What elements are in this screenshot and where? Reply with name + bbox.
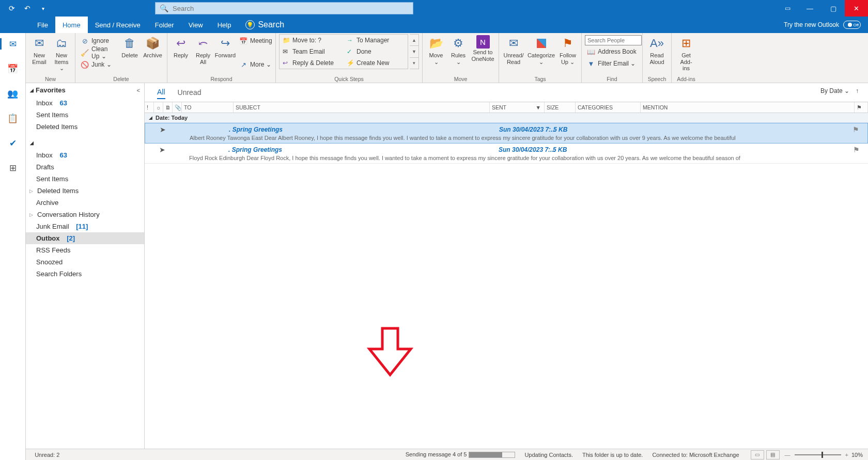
col-subject[interactable]: SUBJECT: [234, 102, 490, 113]
quicksteps-spinner[interactable]: ▲▼▾: [410, 34, 419, 69]
undo-qat-icon[interactable]: ↶: [22, 3, 33, 14]
delete-button[interactable]: 🗑Delete: [119, 34, 140, 70]
col-importance[interactable]: !: [145, 102, 154, 113]
fav-inbox[interactable]: Inbox 63: [26, 97, 144, 109]
zoom-slider[interactable]: [795, 454, 841, 455]
cleanup-button[interactable]: 🧹Clean Up ⌄: [79, 47, 118, 58]
rail-todo-icon[interactable]: ✔: [3, 135, 23, 151]
sendreceive-qat-icon[interactable]: ⟳: [6, 3, 18, 14]
ignore-button[interactable]: ⊘Ignore: [79, 35, 118, 46]
addressbook-button[interactable]: 📖Address Book: [585, 46, 639, 57]
flag-icon[interactable]: ⚑: [853, 125, 859, 134]
message-row[interactable]: ➤ . Spring Greetings Sun 30/04/2023 7:..…: [145, 123, 868, 144]
folder-searchfolders[interactable]: Search Folders: [26, 268, 144, 280]
minimize-button[interactable]: —: [798, 0, 822, 17]
tab-home[interactable]: Home: [55, 17, 88, 33]
meeting-button[interactable]: 📅Meeting: [237, 35, 274, 46]
categorize-button[interactable]: Categorize ⌄: [526, 34, 556, 66]
close-button[interactable]: ✕: [845, 0, 868, 17]
try-new-outlook[interactable]: Try the new Outlook Off: [784, 17, 861, 33]
col-icon[interactable]: 🗎: [163, 102, 173, 113]
qs-expand-icon[interactable]: ▾: [410, 58, 419, 69]
col-size[interactable]: SIZE: [545, 102, 576, 113]
quicksteps-gallery[interactable]: 📁Move to: ? →To Manager ✉Team Email ✓Don…: [279, 34, 408, 69]
account-header[interactable]: ◢: [26, 133, 144, 149]
view-normal-icon[interactable]: ▭: [751, 450, 764, 459]
forward-button[interactable]: ↪Forward: [215, 34, 236, 70]
col-sent[interactable]: SENT▼: [490, 102, 545, 113]
folder-drafts[interactable]: Drafts: [26, 161, 144, 173]
message-row[interactable]: ➤ . Spring Greetings Sun 30/04/2023 7:..…: [145, 144, 868, 164]
qs-done[interactable]: ✓Done: [344, 46, 408, 57]
rail-people-icon[interactable]: 👥: [3, 86, 23, 101]
qs-teamemail[interactable]: ✉Team Email: [280, 46, 344, 57]
sort-control[interactable]: By Date ⌄ ↑: [820, 87, 859, 94]
junk-button[interactable]: 🚫Junk ⌄: [79, 59, 118, 70]
folder-deleted[interactable]: ▷Deleted Items: [26, 185, 144, 197]
new-items-button[interactable]: 🗂New Items ⌄: [51, 34, 72, 73]
maximize-button[interactable]: ▢: [822, 0, 845, 17]
search-people-input[interactable]: [585, 35, 642, 45]
tab-sendreceive[interactable]: Send / Receive: [88, 17, 148, 33]
qs-up-icon[interactable]: ▲: [410, 35, 419, 46]
pin-icon[interactable]: <: [137, 87, 140, 93]
followup-button[interactable]: ⚑Follow Up ⌄: [557, 34, 578, 66]
folder-conversation-history[interactable]: ▷Conversation History: [26, 209, 144, 220]
archive-button[interactable]: 📦Archive: [142, 34, 164, 70]
group-today[interactable]: ◢Date: Today: [145, 113, 868, 123]
sort-bydate[interactable]: By Date ⌄: [820, 87, 849, 94]
col-mention[interactable]: MENTION: [641, 102, 855, 113]
rail-calendar-icon[interactable]: 📅: [3, 61, 23, 76]
search-box[interactable]: 🔍: [155, 2, 413, 14]
tab-view[interactable]: View: [181, 17, 210, 33]
folder-archive[interactable]: Archive: [26, 197, 144, 209]
col-to[interactable]: TO: [182, 102, 234, 113]
zoom-out-icon[interactable]: —: [785, 452, 791, 458]
folder-junk[interactable]: Junk Email [11]: [26, 220, 144, 232]
zoom-in-icon[interactable]: +: [845, 452, 848, 458]
sort-direction-icon[interactable]: ↑: [856, 87, 859, 94]
col-reminder[interactable]: ☼: [154, 102, 163, 113]
fav-sentitems[interactable]: Sent Items: [26, 109, 144, 121]
onenote-button[interactable]: NSend to OneNote: [470, 34, 495, 66]
filteremail-button[interactable]: ▼Filter Email ⌄: [585, 58, 639, 69]
folder-sentitems[interactable]: Sent Items: [26, 173, 144, 185]
favorites-header[interactable]: ◢Favorites<: [26, 83, 144, 97]
tell-me[interactable]: 💡 Search: [238, 17, 284, 33]
try-new-toggle[interactable]: Off: [843, 21, 861, 29]
tab-unread[interactable]: Unread: [178, 86, 202, 99]
ribbon-display-options-icon[interactable]: ▭: [777, 0, 798, 17]
unread-button[interactable]: ✉Unread/ Read: [502, 34, 525, 66]
rail-more-icon[interactable]: ⊞: [3, 160, 23, 176]
tab-all[interactable]: All: [157, 86, 165, 99]
qs-replydelete[interactable]: ↩Reply & Delete: [280, 57, 344, 69]
replyall-button[interactable]: ⤺Reply All: [193, 34, 213, 70]
folder-outbox[interactable]: Outbox [2]: [26, 232, 144, 244]
rail-tasks-icon[interactable]: 📋: [3, 110, 23, 126]
flag-icon[interactable]: ⚑: [853, 146, 860, 154]
search-input[interactable]: [173, 5, 413, 12]
rail-mail-icon[interactable]: ✉: [3, 36, 23, 52]
view-reading-icon[interactable]: ▤: [766, 450, 780, 459]
folder-inbox[interactable]: Inbox 63: [26, 149, 144, 161]
qs-moveto[interactable]: 📁Move to: ?: [280, 35, 344, 46]
tab-help[interactable]: Help: [210, 17, 239, 33]
fav-deleted[interactable]: Deleted Items: [26, 121, 144, 133]
folder-snoozed[interactable]: Snoozed: [26, 256, 144, 268]
qat-customize-icon[interactable]: ▾: [37, 3, 49, 14]
new-email-button[interactable]: ✉New Email: [29, 34, 50, 73]
qs-down-icon[interactable]: ▼: [410, 46, 419, 57]
qs-tomanager[interactable]: →To Manager: [344, 35, 408, 46]
col-attachment[interactable]: 📎: [173, 102, 182, 113]
tab-folder[interactable]: Folder: [148, 17, 181, 33]
rules-button[interactable]: ⚙Rules ⌄: [448, 34, 469, 66]
qs-createnew[interactable]: ⚡Create New: [344, 57, 408, 69]
col-flag[interactable]: ⚑: [855, 102, 868, 113]
more-respond-button[interactable]: ↗More ⌄: [237, 59, 274, 70]
move-button[interactable]: 📂Move ⌄: [426, 34, 446, 66]
tab-file[interactable]: File: [30, 17, 55, 33]
col-categories[interactable]: CATEGORIES: [576, 102, 641, 113]
reply-button[interactable]: ↩Reply: [171, 34, 191, 70]
folder-rss[interactable]: RSS Feeds: [26, 244, 144, 256]
getaddins-button[interactable]: ⊞Get Add-ins: [675, 34, 698, 73]
